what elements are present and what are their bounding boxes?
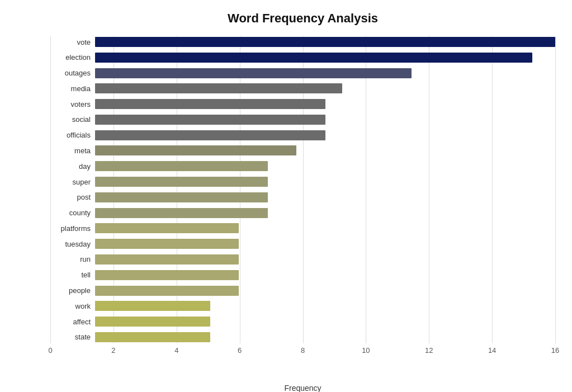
bar-track xyxy=(95,192,555,202)
x-tick-label: 4 xyxy=(174,346,178,355)
x-tick-label: 16 xyxy=(551,346,559,355)
bar-track xyxy=(95,145,555,155)
bar-row: platforms xyxy=(50,222,555,234)
bar-row: super xyxy=(50,176,555,188)
bar-label: tell xyxy=(50,271,95,279)
bar-fill xyxy=(95,37,555,47)
grid-line xyxy=(555,36,556,343)
bar-label: vote xyxy=(50,38,95,46)
x-tick-label: 14 xyxy=(488,346,496,355)
x-tick-label: 8 xyxy=(301,346,305,355)
bar-track xyxy=(95,254,555,265)
x-tick-label: 0 xyxy=(48,346,52,355)
bar-row: day xyxy=(50,160,555,172)
bar-track xyxy=(95,177,555,187)
bar-label: platforms xyxy=(50,224,95,233)
bar-label: meta xyxy=(50,147,95,155)
bar-label: post xyxy=(50,193,95,201)
bar-fill xyxy=(95,192,268,202)
bar-fill xyxy=(95,270,239,280)
bar-label: affect xyxy=(50,318,95,326)
bar-track xyxy=(95,286,555,296)
bar-label: election xyxy=(50,53,95,62)
bar-fill xyxy=(95,208,268,218)
bar-row: run xyxy=(50,253,555,266)
bar-track xyxy=(95,83,555,93)
bar-label: officials xyxy=(50,131,95,139)
bar-track xyxy=(95,239,555,249)
bar-track xyxy=(95,68,555,78)
bar-track xyxy=(95,223,555,233)
bar-row: tell xyxy=(50,269,555,281)
bar-row: tuesday xyxy=(50,238,555,250)
bar-track xyxy=(95,270,555,280)
bar-fill xyxy=(95,254,239,265)
bar-row: social xyxy=(50,114,555,126)
bar-row: work xyxy=(50,300,555,312)
bar-row: county xyxy=(50,207,555,219)
bar-track xyxy=(95,115,555,125)
bar-fill xyxy=(95,99,325,109)
x-tick-label: 10 xyxy=(362,346,370,355)
bar-label: outages xyxy=(50,69,95,77)
bar-fill xyxy=(95,130,325,140)
bar-track xyxy=(95,53,555,63)
bar-track xyxy=(95,317,555,327)
bar-row: meta xyxy=(50,144,555,157)
bar-track xyxy=(95,301,555,311)
bar-track xyxy=(95,161,555,171)
bar-row: election xyxy=(50,51,555,64)
bar-fill xyxy=(95,301,210,311)
x-tick-label: 6 xyxy=(238,346,242,355)
bar-fill xyxy=(95,68,412,78)
x-axis: 0246810121416 xyxy=(50,343,555,366)
bar-label: work xyxy=(50,302,95,310)
bar-track xyxy=(95,208,555,218)
bar-label: county xyxy=(50,209,95,217)
x-tick-label: 12 xyxy=(425,346,433,355)
bar-fill xyxy=(95,317,210,327)
bar-row: media xyxy=(50,82,555,95)
bar-fill xyxy=(95,223,239,233)
bar-fill xyxy=(95,53,532,63)
bar-row: state xyxy=(50,331,555,343)
bar-label: super xyxy=(50,178,95,186)
bar-track xyxy=(95,332,555,342)
bar-fill xyxy=(95,145,296,155)
bar-label: tuesday xyxy=(50,240,95,248)
bar-fill xyxy=(95,115,325,125)
bar-fill xyxy=(95,286,239,296)
x-axis-title: Frequency xyxy=(284,384,321,392)
bars-wrapper: voteelectionoutagesmediavoterssocialoffi… xyxy=(50,36,555,343)
chart-container: Word Frequency Analysis voteelectionouta… xyxy=(0,0,572,392)
bar-row: affect xyxy=(50,315,555,328)
bar-fill xyxy=(95,83,342,93)
bar-row: officials xyxy=(50,129,555,141)
bar-fill xyxy=(95,177,268,187)
bar-label: people xyxy=(50,286,95,295)
bar-label: social xyxy=(50,115,95,124)
bar-fill xyxy=(95,332,210,342)
bar-label: voters xyxy=(50,100,95,108)
bar-row: voters xyxy=(50,98,555,110)
bar-track xyxy=(95,130,555,140)
bar-fill xyxy=(95,161,268,171)
bar-label: state xyxy=(50,333,95,341)
bar-row: vote xyxy=(50,36,555,48)
bar-row: people xyxy=(50,285,555,297)
bar-label: media xyxy=(50,84,95,93)
chart-title: Word Frequency Analysis xyxy=(50,11,555,26)
bar-label: day xyxy=(50,162,95,171)
bar-fill xyxy=(95,239,239,249)
bar-label: run xyxy=(50,255,95,263)
chart-area: voteelectionoutagesmediavoterssocialoffi… xyxy=(50,36,555,366)
bar-track xyxy=(95,37,555,47)
bar-row: outages xyxy=(50,67,555,79)
bar-track xyxy=(95,99,555,109)
bar-row: post xyxy=(50,191,555,204)
x-tick-label: 2 xyxy=(111,346,115,355)
